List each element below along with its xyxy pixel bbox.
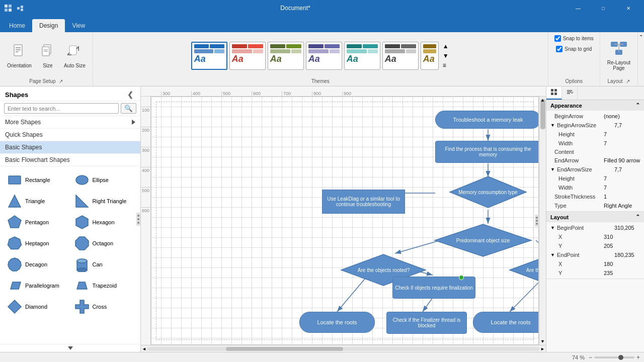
themes-scroll-up[interactable]: ▲ — [442, 42, 450, 51]
themes-scroll-down[interactable]: ▼ — [442, 51, 450, 60]
theme-item-3[interactable]: Aa — [306, 42, 342, 70]
close-button[interactable]: ✕ — [617, 0, 640, 16]
app-controls — [4, 4, 24, 12]
shape-item-decagon[interactable]: Decagon — [4, 255, 69, 274]
shape-item-cross[interactable]: Cross — [71, 297, 137, 316]
shape-item-trapezoid[interactable]: Trapezoid — [71, 276, 137, 295]
prop-value-content — [602, 151, 644, 152]
selected-connector-handle[interactable] — [459, 275, 464, 280]
prop-value-width: 7 — [602, 140, 644, 147]
category-flowchart-shapes[interactable]: Basic Flowchart Shapes — [0, 154, 140, 166]
snap-grid-checkbox[interactable] — [556, 46, 562, 52]
hscroll-left-btn[interactable]: ◄ — [142, 346, 146, 351]
minimize-button[interactable]: — — [567, 0, 590, 16]
shape-item-right-triangle[interactable]: Right Triangle — [71, 192, 137, 211]
shape-item-can[interactable]: Can — [71, 255, 137, 274]
svg-marker-34 — [11, 282, 21, 289]
shape-item-diamond[interactable]: Diamond — [4, 297, 69, 316]
shapes-scroll-down-btn[interactable] — [68, 346, 73, 350]
orientation-button[interactable]: Orientation — [4, 42, 35, 70]
fc-node-finalization[interactable]: Check if objects require finalization — [392, 277, 475, 299]
canvas-container: 100 200 300 400 500 600 — [141, 97, 546, 345]
theme-item-4[interactable]: Aa — [344, 42, 380, 70]
fc-node-leakdiag[interactable]: Use LeakDiag or a similar tool to contin… — [322, 190, 405, 214]
appearance-section-header[interactable]: Appearance ⌃ — [546, 100, 644, 111]
shape-item-parallelogram[interactable]: Parallelogram — [4, 276, 69, 295]
canvas-horizontal-scrollbar[interactable]: ◄ ► — [141, 345, 546, 352]
category-quick-shapes[interactable]: Quick Shapes — [0, 129, 140, 141]
fc-text-leakdiag: Use LeakDiag or a similar tool to contin… — [325, 196, 403, 207]
prop-group-endpoint[interactable]: ▼ EndPoint 180,235 — [546, 250, 644, 259]
category-more-shapes[interactable]: More Shapes — [0, 116, 140, 129]
svg-rect-6 — [21, 9, 23, 11]
prop-group-beginpoint[interactable]: ▼ BeginPoint 310,205 — [546, 223, 644, 232]
snap-to-items-toggle[interactable]: Snap to items — [552, 34, 596, 43]
autosize-button[interactable]: Auto Size — [61, 42, 89, 70]
shapes-search-input[interactable] — [4, 103, 119, 114]
shapes-search-button[interactable]: 🔍 — [121, 103, 136, 114]
vscroll-down-btn[interactable]: ▼ — [539, 339, 546, 344]
theme-item-0[interactable]: Aa — [191, 42, 227, 70]
shape-item-octagon[interactable]: Octagon — [71, 234, 137, 253]
tab-view[interactable]: View — [65, 19, 92, 32]
shapes-collapse-icon[interactable]: ❮ — [125, 90, 135, 99]
maximize-button[interactable]: □ — [592, 0, 615, 16]
theme-item-6[interactable]: Aa — [421, 42, 439, 70]
zoom-out-button[interactable]: − — [589, 354, 592, 361]
right-tab-appearance[interactable] — [546, 86, 562, 100]
themes-dropdown[interactable]: ≡ — [442, 61, 450, 70]
parallelogram-label: Parallelogram — [25, 283, 59, 289]
svg-rect-5 — [21, 6, 23, 8]
prop-value-stroke: 1 — [602, 193, 644, 200]
tab-home[interactable]: Home — [2, 19, 32, 32]
snap-to-grid-toggle[interactable]: Snap to grid — [554, 45, 594, 53]
relayout-button[interactable]: Re-LayoutPage — [604, 39, 633, 73]
theme-item-5[interactable]: Aa — [382, 42, 419, 70]
prop-label-width: Width — [546, 140, 602, 146]
shape-item-pentagon[interactable]: Pentagon — [4, 213, 69, 232]
hscroll-right-btn[interactable]: ► — [540, 346, 545, 351]
shape-item-hexagon[interactable]: Hexagon — [71, 213, 137, 232]
prop-value-beginarrowsize: 7,7 — [612, 122, 640, 129]
size-button[interactable]: Size — [37, 42, 59, 70]
ribbon-collapse[interactable]: ⌃ — [638, 32, 644, 86]
fc-node-troubleshoot[interactable]: Troubleshoot a memory leak — [435, 111, 539, 129]
fc-node-rooted-right[interactable]: Are the objects rooted? — [508, 252, 539, 288]
fc-node-findprocess[interactable]: Find the process that is consuming the m… — [435, 141, 539, 163]
page-setup-expand-icon[interactable]: ↗ — [57, 78, 63, 84]
fc-text-finalizer-thread: Check if the Finalizer thread is blocked — [389, 317, 464, 328]
prop-endpoint-x: X 180 — [546, 259, 644, 268]
shape-item-triangle[interactable]: Triangle — [4, 192, 69, 211]
fc-node-locate-right[interactable]: Locate the roots — [473, 312, 539, 333]
fc-text-rooted-left: Are the objects rooted? — [358, 267, 410, 273]
layout-expand-icon[interactable]: ↗ — [624, 78, 630, 84]
fc-node-locate-left[interactable]: Locate the roots — [299, 312, 375, 333]
prop-endarrowsize-height: Height 7 — [546, 174, 644, 183]
flowchart-svg — [151, 97, 539, 345]
category-basic-shapes[interactable]: Basic Shapes — [0, 141, 140, 154]
prop-group-endarrowsize[interactable]: ▼ EndArrowSize 7,7 — [546, 165, 644, 174]
layout-section-header[interactable]: Layout ⌃ — [546, 212, 644, 222]
theme-item-2[interactable]: Aa — [268, 42, 304, 70]
canvas-right-handle[interactable] — [535, 215, 539, 227]
shape-item-heptagon[interactable]: Heptagon — [4, 234, 69, 253]
shape-item-rectangle[interactable]: Rectangle — [4, 170, 69, 190]
tab-design[interactable]: Design — [32, 19, 65, 32]
svg-rect-2 — [5, 9, 8, 12]
svg-rect-3 — [9, 9, 12, 12]
prop-label-ep-y: Y — [546, 270, 602, 276]
canvas-vertical-scrollbar[interactable]: ▲ ▼ — [539, 97, 546, 345]
shape-item-ellipse[interactable]: Ellipse — [71, 170, 137, 190]
fc-node-memorytype[interactable]: Memory consumption type — [448, 174, 528, 210]
theme-item-1[interactable]: Aa — [229, 42, 266, 70]
zoom-in-button[interactable]: + — [636, 354, 640, 361]
zoom-slider[interactable] — [594, 356, 634, 358]
svg-point-23 — [76, 175, 88, 185]
prop-group-beginarrowsize[interactable]: ▼ BeginArrowSize 7,7 — [546, 121, 644, 130]
snap-items-checkbox[interactable] — [554, 35, 561, 42]
left-panel-splitter[interactable] — [136, 213, 140, 226]
vscroll-up-btn[interactable]: ▲ — [539, 98, 546, 103]
right-tab-sort[interactable] — [562, 86, 578, 100]
fc-node-finalizer-thread[interactable]: Check if the Finalizer thread is blocked — [386, 312, 467, 334]
diagram-canvas[interactable]: Troubleshoot a memory leak Find the proc… — [151, 97, 539, 345]
